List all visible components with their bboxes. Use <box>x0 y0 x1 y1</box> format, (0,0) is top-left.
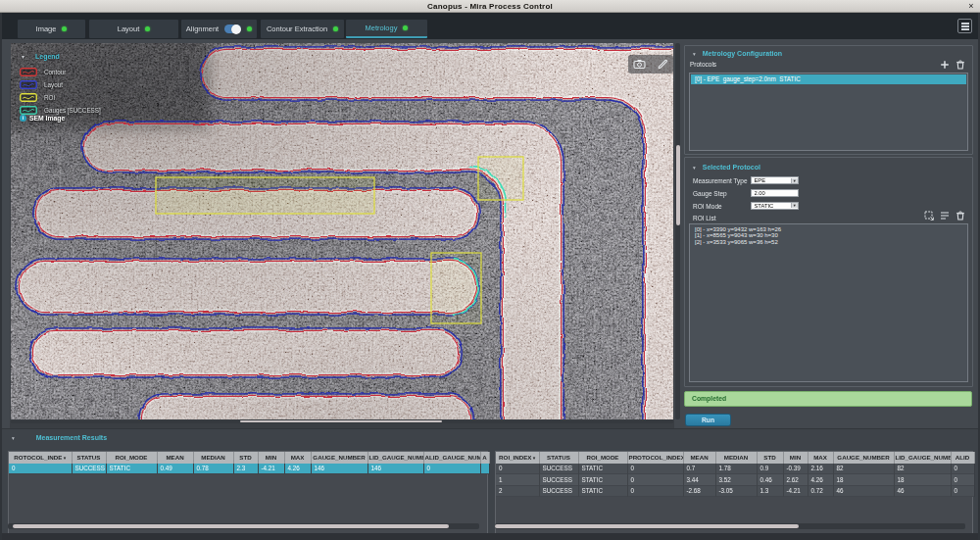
measurement-type-label: Measurement Type <box>693 177 748 184</box>
delete-protocol-icon[interactable] <box>956 60 965 70</box>
roi-mode-label: ROI Mode <box>693 203 722 210</box>
column-header[interactable]: MIN <box>258 452 284 464</box>
column-header[interactable]: GAUGE_NUMBER <box>311 452 368 464</box>
column-header[interactable]: STATUS <box>539 452 578 464</box>
window-title: Canopus - Mira Process Control <box>0 0 980 13</box>
run-button[interactable]: Run <box>685 414 731 426</box>
legend-swatch-icon <box>20 80 37 89</box>
roi-list-item[interactable]: [0] - x=3390 y=9432 w=163 h=26 <box>690 226 967 233</box>
status-dot-layout <box>145 26 150 31</box>
selected-protocol-header: ▾ Selected Protocol <box>693 164 760 171</box>
viewer-toolbar <box>628 55 673 74</box>
window-bottom-edge <box>0 533 980 540</box>
dropdown-arrow-icon: ▼ <box>791 203 798 208</box>
menu-icon[interactable] <box>957 19 972 33</box>
info-icon: i <box>20 115 26 122</box>
snapshot-icon[interactable] <box>633 59 646 70</box>
metrology-config-group: ▾ Metrology Configuration Protocols [0] … <box>684 45 973 155</box>
measurement-type-select[interactable]: EPE▼ <box>751 176 799 184</box>
tab-contour-extraction[interactable]: Contour Extraction <box>261 20 344 38</box>
status-bar-completed: Completed <box>684 391 972 407</box>
column-header[interactable]: MEDIAN <box>193 452 233 464</box>
close-button[interactable]: × <box>965 0 977 12</box>
metrology-panel: ▾ Metrology Configuration Protocols [0] … <box>681 39 980 428</box>
window-left-edge <box>0 13 2 540</box>
table-row[interactable]: 0SUCCESSSTATIC0.490.782.3-4.214.26146146… <box>9 464 489 474</box>
right-table-hscroll-thumb[interactable] <box>495 524 799 528</box>
status-dot-alignment <box>247 26 252 31</box>
metrology-config-header: ▾ Metrology Configuration <box>693 50 782 57</box>
column-header[interactable]: STD <box>233 452 258 464</box>
column-header[interactable]: ROI_INDEX <box>496 452 539 464</box>
legend-swatch-icon <box>20 93 37 102</box>
tab-bar: Image Layout Alignment Contour Extractio… <box>0 13 980 39</box>
gauge-step-input[interactable] <box>751 189 799 197</box>
column-header[interactable]: ALID <box>951 452 974 464</box>
viewer-vscroll-track[interactable] <box>675 43 680 419</box>
legend-collapse-icon[interactable]: ▾ <box>22 53 24 60</box>
sem-image[interactable] <box>11 43 673 419</box>
legend-swatch-icon <box>20 106 37 115</box>
add-roi-icon[interactable] <box>924 211 934 221</box>
collapse-icon[interactable]: ▾ <box>693 165 696 171</box>
delete-roi-icon[interactable] <box>956 211 965 221</box>
roi-list[interactable]: [0] - x=3390 y=9432 w=163 h=26[1] - x=85… <box>689 223 968 382</box>
column-header[interactable]: STD <box>757 452 783 464</box>
viewer-vscroll-thumb[interactable] <box>676 145 680 225</box>
edit-icon[interactable] <box>657 59 668 71</box>
tab-layout[interactable]: Layout <box>89 20 178 38</box>
roi-mode-select[interactable]: STATIC▼ <box>751 202 799 210</box>
roi-box-2[interactable] <box>431 253 481 323</box>
table-header-row: ROI_INDEXSTATUSROI_MODEPROTOCOL_INDEXMEA… <box>496 452 974 464</box>
collapse-icon[interactable]: ▾ <box>693 51 696 57</box>
status-dot-contour <box>333 26 338 31</box>
column-header[interactable]: ROI_MODE <box>578 452 627 464</box>
selected-protocol-group: ▾ Selected Protocol Measurement Type EPE… <box>684 157 973 387</box>
column-header[interactable]: MEAN <box>683 452 715 464</box>
tab-metrology[interactable]: Metrology <box>346 20 427 38</box>
column-header[interactable]: MAX <box>284 452 311 464</box>
application-window: { "window": { "title": "Canopus - Mira P… <box>0 0 980 540</box>
column-header[interactable]: ROI_MODE <box>106 452 157 464</box>
title-bar: Canopus - Mira Process Control × <box>0 0 980 13</box>
collapse-icon[interactable]: ▾ <box>12 435 15 441</box>
column-header[interactable]: MAX <box>808 452 833 464</box>
column-header[interactable]: GAUGE_NUMBER <box>833 452 894 464</box>
legend-swatch-icon <box>20 68 37 76</box>
column-header[interactable]: ALID_GAUGE_NUM <box>423 452 480 464</box>
table-row[interactable]: 2SUCCESSSTATIC0-2.68-3.051.3-4.210.72464… <box>496 485 974 496</box>
column-header[interactable]: LID_GAUGE_NUMB <box>368 452 423 464</box>
measurement-results-panel: ▾ Measurement Results ROTOCOL_INDESTATUS… <box>0 428 980 540</box>
alignment-toggle[interactable] <box>224 25 241 33</box>
roi-box-1[interactable] <box>478 157 523 200</box>
table-row[interactable]: 1SUCCESSSTATIC03.443.520.462.624.2618180 <box>496 474 974 485</box>
protocol-item-selected[interactable]: [0] - EPE gauge_step=2.0nm STATIC <box>691 74 966 84</box>
viewer-hscroll-thumb[interactable] <box>240 420 442 422</box>
roi-list-item[interactable]: [2] - x=3533 y=9065 w=36 h=52 <box>690 239 967 246</box>
column-header[interactable]: A <box>480 452 489 464</box>
protocols-list[interactable]: [0] - EPE gauge_step=2.0nm STATIC <box>689 73 968 151</box>
roi-list-label: ROI List <box>693 215 715 221</box>
table-header-row: ROTOCOL_INDESTATUSROI_MODEMEANMEDIANSTDM… <box>9 452 489 464</box>
left-table-hscroll-thumb[interactable] <box>13 524 449 528</box>
tab-alignment[interactable]: Alignment <box>181 20 257 38</box>
status-dot-image <box>62 26 67 31</box>
roi-box-0[interactable] <box>156 177 374 214</box>
column-header[interactable]: MEAN <box>157 452 193 464</box>
table-row[interactable]: 0SUCCESSSTATIC00.71.780.9-0.392.1682820 <box>496 464 974 474</box>
add-protocol-icon[interactable] <box>940 60 950 70</box>
column-header[interactable]: LID_GAUGE_NUMB <box>894 452 951 464</box>
tab-image[interactable]: Image <box>18 20 85 38</box>
column-header[interactable]: MIN <box>783 452 808 464</box>
protocols-label: Protocols <box>690 61 716 68</box>
column-header[interactable]: ROTOCOL_INDE <box>9 452 72 464</box>
column-header[interactable]: STATUS <box>72 452 106 464</box>
dropdown-arrow-icon: ▼ <box>791 178 798 183</box>
status-dot-metrology <box>403 25 408 30</box>
roi-list-item[interactable]: [1] - x=8565 y=9043 w=30 h=30 <box>690 232 967 239</box>
gauge-step-label: Gauge Step <box>693 190 727 197</box>
column-header[interactable]: MEDIAN <box>715 452 757 464</box>
legend-title: Legend <box>35 53 60 60</box>
column-header[interactable]: PROTOCOL_INDEX <box>627 452 683 464</box>
edit-roi-icon[interactable] <box>940 211 950 221</box>
